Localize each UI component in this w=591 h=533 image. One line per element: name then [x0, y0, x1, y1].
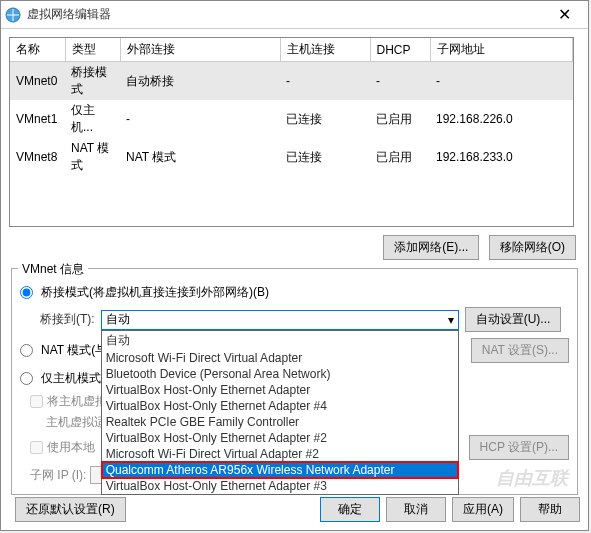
apply-button[interactable]: 应用(A) — [452, 497, 514, 522]
col-subnet[interactable]: 子网地址 — [430, 38, 573, 62]
nat-mode-label: NAT 模式(与 — [41, 342, 107, 359]
dropdown-item[interactable]: Microsoft Wi-Fi Direct Virtual Adapter — [102, 350, 458, 366]
dropdown-item[interactable]: VirtualBox Host-Only Ethernet Adapter #3 — [102, 478, 458, 494]
dropdown-item[interactable]: Qualcomm Atheros AR956x Wireless Network… — [102, 462, 458, 478]
table-row[interactable]: VMnet0桥接模式自动桥接--- — [10, 62, 573, 101]
dropdown-item[interactable]: Bluetooth Device (Personal Area Network) — [102, 366, 458, 382]
cancel-button[interactable]: 取消 — [386, 497, 446, 522]
dropdown-item[interactable]: Realtek PCIe GBE Family Controller — [102, 414, 458, 430]
col-type[interactable]: 类型 — [65, 38, 120, 62]
use-local-checkbox — [30, 441, 43, 454]
dropdown-item[interactable]: Microsoft Wi-Fi Direct Virtual Adapter #… — [102, 446, 458, 462]
network-table: 名称 类型 外部连接 主机连接 DHCP 子网地址 VMnet0桥接模式自动桥接… — [9, 37, 574, 227]
window-title: 虚拟网络编辑器 — [27, 6, 544, 23]
remove-network-button[interactable]: 移除网络(O) — [489, 235, 576, 260]
close-button[interactable]: ✕ — [544, 2, 584, 28]
dropdown-selected-text: 自动 — [106, 311, 130, 328]
dropdown-item[interactable]: VirtualBox Host-Only Ethernet Adapter #2 — [102, 430, 458, 446]
app-icon — [5, 7, 21, 23]
restore-defaults-button[interactable]: 还原默认设置(R) — [15, 497, 126, 522]
col-name[interactable]: 名称 — [10, 38, 65, 62]
table-row[interactable]: VMnet1仅主机...-已连接已启用192.168.226.0 — [10, 100, 573, 138]
col-dhcp[interactable]: DHCP — [370, 38, 430, 62]
ok-button[interactable]: 确定 — [320, 497, 380, 522]
add-network-button[interactable]: 添加网络(E)... — [383, 235, 479, 260]
connect-host-label: 将主机虚拟 — [47, 393, 107, 410]
nat-settings-button[interactable]: NAT 设置(S)... — [471, 338, 569, 363]
subnet-ip-label: 子网 IP (I): — [30, 467, 86, 484]
bridge-adapter-dropdown[interactable]: 自动 ▾ — [101, 310, 459, 330]
col-ext[interactable]: 外部连接 — [120, 38, 280, 62]
dropdown-item[interactable]: VirtualBox Host-Only Ethernet Adapter — [102, 382, 458, 398]
bridge-to-label: 桥接到(T): — [40, 311, 95, 328]
connect-host-checkbox — [30, 395, 43, 408]
nat-mode-radio[interactable] — [20, 344, 33, 357]
dropdown-list: 自动Microsoft Wi-Fi Direct Virtual Adapter… — [101, 330, 459, 495]
vmnet-info-group: VMnet 信息 桥接模式(将虚拟机直接连接到外部网络)(B) g.csdn.n… — [11, 268, 578, 495]
bridge-mode-label: 桥接模式(将虚拟机直接连接到外部网络)(B) — [41, 284, 269, 301]
hostonly-mode-radio[interactable] — [20, 372, 33, 385]
auto-settings-button[interactable]: 自动设置(U)... — [465, 307, 562, 332]
fieldset-legend: VMnet 信息 — [18, 261, 88, 278]
dhcp-settings-button[interactable]: HCP 设置(P)... — [469, 435, 569, 460]
dropdown-item[interactable]: VirtualBox Host-Only Ethernet Adapter #4 — [102, 398, 458, 414]
titlebar: 虚拟网络编辑器 ✕ — [1, 1, 588, 29]
bridge-mode-radio[interactable] — [20, 286, 33, 299]
hostonly-mode-label: 仅主机模式 — [41, 370, 101, 387]
use-local-label: 使用本地 — [47, 439, 95, 456]
chevron-down-icon: ▾ — [448, 313, 454, 327]
host-adapter-label: 主机虚拟适 — [46, 414, 106, 431]
col-host[interactable]: 主机连接 — [280, 38, 370, 62]
table-row[interactable]: VMnet8NAT 模式NAT 模式已连接已启用192.168.233.0 — [10, 138, 573, 176]
help-button[interactable]: 帮助 — [520, 497, 580, 522]
dropdown-item[interactable]: 自动 — [102, 331, 458, 350]
